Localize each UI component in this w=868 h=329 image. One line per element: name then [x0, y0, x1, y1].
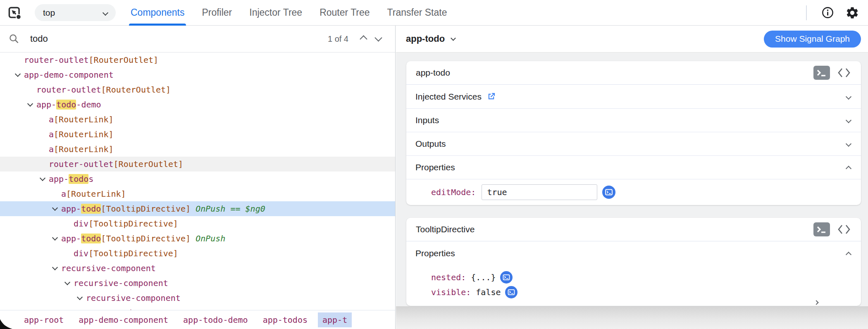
tree-node-text: recursive-component: [86, 293, 181, 303]
tree-node-text: recursive-component: [61, 263, 156, 273]
expand-chevron-icon[interactable]: [28, 97, 36, 112]
directive-card-actions: [813, 222, 851, 237]
previous-match-button[interactable]: [356, 31, 371, 46]
component-tree-panel: 1 of 4 router-outlet[RouterOutlet]app-de…: [0, 26, 396, 329]
tree-node-text: [RouterLink]: [54, 114, 114, 124]
chevron-down-icon[interactable]: [451, 36, 456, 41]
section-properties[interactable]: Properties: [406, 241, 861, 265]
tab-profiler[interactable]: Profiler: [202, 0, 232, 26]
frame-selector-dropdown[interactable]: top: [35, 4, 116, 21]
component-card: app-todo: [406, 61, 861, 205]
tree-row[interactable]: recursive-component: [0, 305, 395, 310]
expand-chevron-icon[interactable]: [78, 291, 86, 305]
property-row-nested[interactable]: nested: {...}: [406, 270, 861, 285]
info-icon: [821, 6, 834, 19]
section-injected-services[interactable]: Injected Services: [406, 85, 861, 108]
tree-row[interactable]: a[RouterLink]: [0, 186, 395, 201]
property-inspector-panel: app-todo Show Signal Graph app-todo: [396, 26, 868, 329]
tree-row[interactable]: app-todo[TooltipDirective] OnPush: [0, 231, 395, 246]
mouse-cursor: [0, 319, 12, 329]
tree-row[interactable]: app-todo[TooltipDirective] OnPush == $ng…: [0, 201, 395, 216]
property-row-visible[interactable]: visible: false: [406, 285, 861, 300]
tree-row[interactable]: recursive-component: [0, 291, 395, 305]
tree-node-text: router-outlet: [49, 159, 114, 169]
property-value: {...}: [471, 272, 496, 282]
search-match-highlight: todo: [69, 174, 88, 184]
section-properties[interactable]: Properties: [406, 155, 861, 179]
tree-node-text: [TooltipDirective]: [101, 204, 191, 214]
log-to-console-button[interactable]: [813, 222, 830, 236]
chevron-down-icon: [846, 93, 851, 99]
expand-chevron-icon[interactable]: [16, 67, 24, 82]
code-icon: [837, 67, 851, 78]
tree-node-text: router-outlet: [36, 85, 101, 95]
tab-router-tree[interactable]: Router Tree: [320, 0, 370, 26]
tab-injector-tree[interactable]: Injector Tree: [249, 0, 302, 26]
expand-chevron-icon[interactable]: [53, 261, 61, 276]
tree-row[interactable]: recursive-component: [0, 261, 395, 276]
expand-chevron-icon[interactable]: [53, 231, 61, 246]
log-to-console-button[interactable]: [813, 66, 830, 80]
tree-row[interactable]: app-todos: [0, 172, 395, 186]
property-name: nested:: [431, 272, 466, 282]
search-match-highlight: todo: [56, 100, 76, 110]
breadcrumb-item[interactable]: app-todo-demo: [179, 312, 253, 327]
show-signal-graph-button[interactable]: Show Signal Graph: [764, 31, 861, 48]
log-property-button[interactable]: [602, 186, 615, 199]
tree-row[interactable]: recursive-component: [0, 276, 395, 291]
breadcrumb-item[interactable]: app-todos: [258, 312, 312, 327]
tree-row[interactable]: div[TooltipDirective]: [0, 246, 395, 261]
info-button[interactable]: [820, 5, 835, 20]
tree-node-text: [TooltipDirective]: [88, 248, 178, 258]
breadcrumb-item[interactable]: app-demo-component: [74, 312, 173, 327]
tree-node-text: [TooltipDirective]: [88, 219, 178, 229]
inspector-header: app-todo Show Signal Graph: [396, 26, 868, 52]
tree-node-text: [RouterOutlet]: [89, 55, 159, 65]
tree-node-text: a: [49, 114, 54, 124]
section-outputs[interactable]: Outputs: [406, 132, 861, 155]
bottom-scroll-shade: [396, 306, 868, 329]
directive-card-title: TooltipDirective: [416, 224, 475, 234]
expand-chevron-icon[interactable]: [41, 172, 49, 186]
search-icon: [8, 33, 20, 45]
component-card-header: app-todo: [406, 61, 861, 85]
selected-component-name[interactable]: app-todo: [406, 33, 445, 44]
tree-row[interactable]: a[RouterLink]: [0, 142, 395, 157]
tree-node-text: div: [74, 219, 88, 229]
next-match-button[interactable]: [371, 31, 386, 46]
inspect-element-picker-button[interactable]: [7, 5, 22, 21]
inspect-picker-icon: [7, 5, 22, 20]
tab-transfer-state[interactable]: Transfer State: [387, 0, 447, 26]
log-property-button[interactable]: [505, 286, 517, 298]
tree-row[interactable]: app-todo-demo: [0, 97, 395, 112]
tree-row[interactable]: a[RouterLink]: [0, 112, 395, 127]
view-source-button[interactable]: [837, 65, 851, 80]
tree-row[interactable]: router-outlet[RouterOutlet]: [0, 52, 395, 67]
expand-chevron-icon[interactable]: [53, 201, 61, 216]
tree-row[interactable]: app-demo-component: [0, 67, 395, 82]
property-value-input[interactable]: [482, 184, 597, 200]
tree-node-text: [RouterOutlet]: [114, 159, 184, 169]
section-inputs[interactable]: Inputs: [406, 108, 861, 132]
chevron-down-icon: [103, 10, 108, 15]
tree-node-text: app-: [49, 174, 69, 184]
tree-row[interactable]: router-outlet[RouterOutlet]: [0, 82, 395, 97]
directive-card: TooltipDirective: [406, 218, 861, 306]
breadcrumb-item[interactable]: app-t: [318, 312, 352, 327]
open-in-new-icon[interactable]: [486, 92, 496, 101]
expand-chevron-icon[interactable]: [90, 305, 98, 310]
tree-row[interactable]: div[TooltipDirective]: [0, 216, 395, 231]
log-property-button[interactable]: [500, 271, 513, 284]
tree-row[interactable]: a[RouterLink]: [0, 127, 395, 142]
tab-components[interactable]: Components: [131, 0, 184, 26]
expand-chevron-icon[interactable]: [65, 276, 74, 291]
breadcrumb-item[interactable]: app-root: [19, 312, 68, 327]
tree-node-text: s: [88, 174, 93, 184]
view-source-button[interactable]: [837, 222, 851, 237]
tree-node-text: == $ng0: [225, 204, 265, 214]
settings-button[interactable]: [845, 5, 860, 20]
chevron-right-icon: [814, 300, 818, 305]
tree-row[interactable]: router-outlet[RouterOutlet]: [0, 157, 395, 172]
topbar-divider: [806, 5, 807, 20]
search-input[interactable]: [30, 33, 328, 44]
